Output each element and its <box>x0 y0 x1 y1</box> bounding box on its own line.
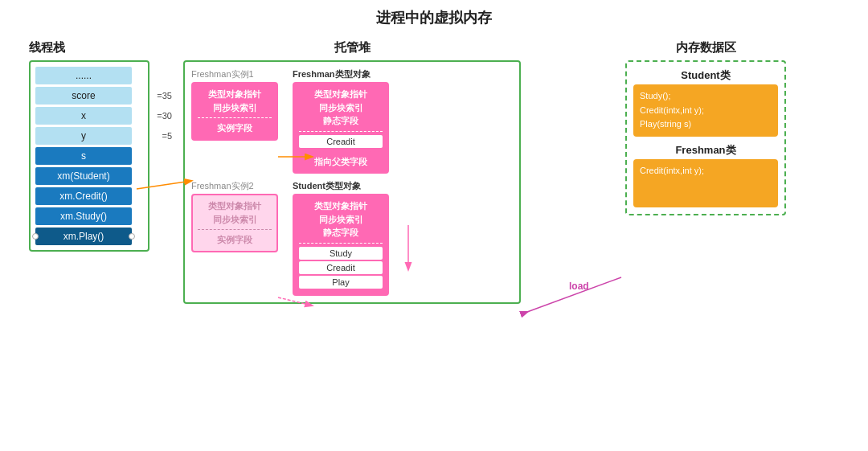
heap-outer-box: Freshman实例1 类型对象指针 同步块索引 实例字段 Freshman类型… <box>183 60 521 304</box>
freshman-type-label: Freshman类型对象 <box>293 68 389 80</box>
instance1-box: 类型对象指针 同步块索引 实例字段 <box>191 82 278 141</box>
instance1-label: Freshman实例1 <box>191 68 278 80</box>
stack-cell-xm-student: xm(Student) <box>35 167 132 185</box>
stack-row-xm-play: xm.Play() <box>35 228 143 245</box>
stack-cell-x: x <box>35 107 132 125</box>
stack-row-score: score =35 <box>35 87 143 105</box>
stack-cell-score: score <box>35 87 132 105</box>
instance2-box: 类型对象指针 同步块索引 实例字段 <box>191 194 278 252</box>
stype-play: Play <box>299 276 383 289</box>
stack-row-xm-study: xm.Study() <box>35 207 143 225</box>
stack-row-s: s <box>35 147 143 165</box>
heap-label: 托管堆 <box>183 40 521 55</box>
stack-row-dots: ...... <box>35 67 143 84</box>
instance2-col: Freshman实例2 类型对象指针 同步块索引 实例字段 <box>191 180 278 252</box>
memory-outer-box: Student类 Study(); Credit(intx,int y); Pl… <box>625 60 786 215</box>
instance2-divider <box>198 229 272 230</box>
ftype-divider <box>299 131 383 132</box>
stype-sync: 同步块索引 <box>299 213 383 227</box>
stype-creadit: Creadit <box>299 261 383 274</box>
ftype-ptr: 类型对象指针 <box>299 88 383 101</box>
stype-study: Study <box>299 247 383 260</box>
memory-section: 内存数据区 Student类 Study(); Credit(intx,int … <box>625 40 786 215</box>
stack-label: 线程栈 <box>29 40 149 55</box>
stack-cell-xm-play: xm.Play() <box>35 228 132 245</box>
instance1-col: Freshman实例1 类型对象指针 同步块索引 实例字段 <box>191 68 278 141</box>
ftype-creadit: Creadit <box>299 135 383 148</box>
stack-row-y: y =5 <box>35 127 143 145</box>
freshman-class-label: Freshman类 <box>633 143 778 158</box>
page-title: 进程中的虚拟内存 <box>0 0 868 32</box>
stack-cell-dots: ...... <box>35 67 132 84</box>
freshman-class-box: Credit(intx,int y); <box>633 159 778 207</box>
instance2-field: 实例字段 <box>198 233 272 247</box>
y-value: =5 <box>162 131 172 141</box>
stype-divider <box>299 243 383 244</box>
student-class-label: Student类 <box>633 68 778 83</box>
stack-row-x: x =30 <box>35 107 143 125</box>
ftype-parent: 指向父类字段 <box>299 155 383 169</box>
freshman-type-col: Freshman类型对象 类型对象指针 同步块索引 静态字段 Creadit 指… <box>293 68 389 174</box>
instance2-type-ptr: 类型对象指针 <box>198 199 272 213</box>
score-value: =35 <box>157 91 172 100</box>
instance1-sync-idx: 同步块索引 <box>198 101 272 115</box>
svg-line-4 <box>527 277 621 312</box>
stype-static: 静态字段 <box>299 226 383 240</box>
instance2-sync-idx: 同步块索引 <box>198 213 272 227</box>
heap-section: 托管堆 Freshman实例1 类型对象指针 同步块索引 实例字段 Freshm… <box>183 40 521 304</box>
instance1-field: 实例字段 <box>198 121 272 135</box>
heap-row1: Freshman实例1 类型对象指针 同步块索引 实例字段 Freshman类型… <box>191 68 513 174</box>
ftype-sync: 同步块索引 <box>299 101 383 115</box>
freshman-type-box: 类型对象指针 同步块索引 静态字段 Creadit 指向父类字段 <box>293 82 389 174</box>
thread-stack-section: 线程栈 ...... score =35 x =30 y =5 s xm(St <box>29 40 149 252</box>
ftype-static: 静态字段 <box>299 114 383 128</box>
instance1-divider <box>198 117 272 118</box>
stack-row-xm-credit: xm.Credit() <box>35 187 143 205</box>
instance2-label: Freshman实例2 <box>191 180 278 192</box>
student-type-label: Student类型对象 <box>293 180 389 192</box>
stack-cell-xm-credit: xm.Credit() <box>35 187 132 205</box>
student-type-col: Student类型对象 类型对象指针 同步块索引 静态字段 Study Crea… <box>293 180 389 296</box>
stack-row-xm-student: xm(Student) <box>35 167 143 185</box>
thread-stack-box: ...... score =35 x =30 y =5 s xm(Student… <box>29 60 149 252</box>
stack-cell-y: y <box>35 127 132 145</box>
stype-ptr: 类型对象指针 <box>299 199 383 213</box>
stack-cell-s: s <box>35 147 132 165</box>
ftype-divider2 <box>299 151 383 152</box>
stack-cell-xm-study: xm.Study() <box>35 207 132 225</box>
heap-row2: Freshman实例2 类型对象指针 同步块索引 实例字段 Student类型对… <box>191 180 513 296</box>
load-label: load <box>569 281 589 292</box>
student-class-box: Study(); Credit(intx,int y); Play(string… <box>633 84 778 137</box>
student-type-box: 类型对象指针 同步块索引 静态字段 Study Creadit Play <box>293 194 389 296</box>
memory-label: 内存数据区 <box>625 40 786 55</box>
instance1-type-ptr: 类型对象指针 <box>198 88 272 101</box>
x-value: =30 <box>157 111 172 121</box>
